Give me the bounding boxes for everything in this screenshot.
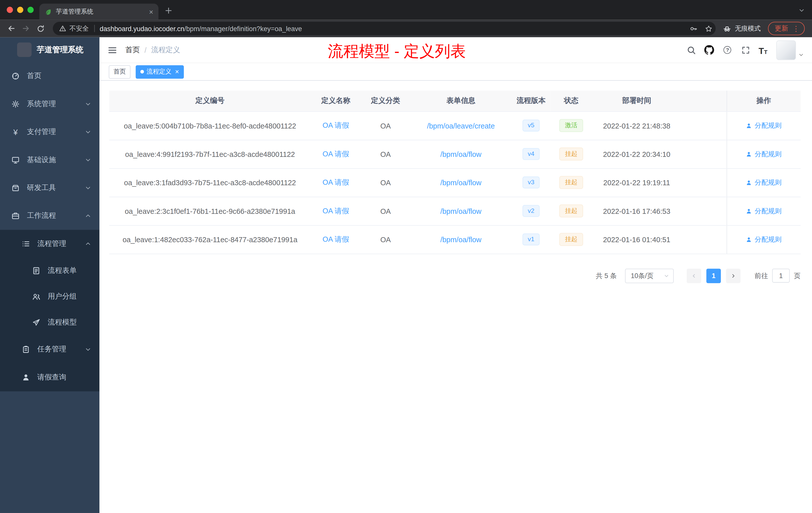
annotation-overlay: 流程模型 - 定义列表	[328, 43, 466, 59]
cell-category: OA	[361, 111, 410, 140]
sidebar-item-infrastructure[interactable]: 基础设施	[0, 146, 99, 174]
back-button[interactable]	[4, 21, 19, 36]
definition-name-link[interactable]: OA 请假	[323, 206, 349, 215]
tag-home[interactable]: 首页	[109, 65, 130, 79]
prev-page-button[interactable]	[687, 268, 701, 283]
assign-rule-button[interactable]: 分配规则	[746, 121, 782, 130]
key-icon[interactable]	[690, 25, 697, 32]
url-path: /bpm/manager/definition?key=oa_leave	[184, 25, 302, 32]
tab-favicon-leaf-icon	[45, 8, 52, 15]
table-header-row: 定义编号 定义名称 定义分类 表单信息 流程版本 状态 部署时间 操作	[109, 91, 801, 112]
window-zoom-button[interactable]	[27, 7, 34, 13]
sidebar-item-dev-tools[interactable]: 研发工具	[0, 174, 99, 202]
definition-name-link[interactable]: OA 请假	[323, 149, 349, 158]
definition-table: 定义编号 定义名称 定义分类 表单信息 流程版本 状态 部署时间 操作	[109, 91, 801, 254]
sidebar-item-label: 用户分组	[48, 292, 77, 301]
sidebar-item-home[interactable]: 首页	[0, 62, 99, 90]
workflow-submenu: 流程管理 流程表单 用户分组 流程模型 任务管理	[0, 230, 99, 392]
search-icon[interactable]	[686, 45, 696, 55]
chevron-down-icon	[664, 273, 669, 278]
update-button[interactable]: 更新 ⋮	[768, 22, 805, 35]
tag-active-dot	[140, 70, 144, 73]
goto-label: 前往	[754, 271, 768, 280]
page-number-button[interactable]: 1	[706, 268, 721, 283]
assign-rule-button[interactable]: 分配规则	[746, 178, 782, 187]
font-size-icon[interactable]: TT	[758, 45, 767, 55]
status-badge: 挂起	[559, 147, 583, 161]
cell-definition-id: oa_leave:2:3c1f0ef1-76b1-11ec-9c66-a2380…	[109, 197, 311, 225]
sidebar-item-leave-query[interactable]: 请假查询	[0, 363, 99, 391]
main: 首页 / 流程定义 流程模型 - 定义列表 ? TT	[99, 37, 812, 513]
assign-rule-label: 分配规则	[755, 235, 782, 244]
more-menu-icon[interactable]: ⋮	[792, 24, 800, 33]
goto-page-input[interactable]	[772, 269, 790, 282]
tag-process-definition[interactable]: 流程定义 ×	[136, 65, 183, 79]
form-link[interactable]: /bpm/oa/flow	[440, 178, 482, 187]
close-icon[interactable]: ×	[175, 68, 179, 75]
chevron-down-icon	[85, 157, 91, 163]
help-icon[interactable]: ?	[722, 45, 733, 55]
sidebar-item-label: 任务管理	[37, 345, 66, 354]
window-controls	[7, 7, 34, 13]
assign-rule-button[interactable]: 分配规则	[746, 206, 782, 216]
table-row: oa_leave:1:482ec033-762a-11ec-8477-a2380…	[109, 225, 801, 253]
column-header-form-info: 表单信息	[410, 91, 512, 112]
sidebar-item-process-form[interactable]: 流程表单	[0, 258, 99, 283]
incognito-label: 无痕模式	[735, 24, 761, 33]
assign-rule-button[interactable]: 分配规则	[746, 235, 782, 244]
sidebar-item-label: 流程模型	[48, 318, 77, 327]
tab-close-icon[interactable]: ×	[149, 8, 153, 15]
reload-button[interactable]	[33, 21, 48, 36]
chevron-down-icon	[85, 346, 91, 353]
logo[interactable]: 芋道管理系统	[0, 37, 99, 62]
incognito-icon	[723, 24, 731, 33]
breadcrumb-home[interactable]: 首页	[125, 45, 140, 55]
sidebar-item-process-management[interactable]: 流程管理	[0, 230, 99, 258]
assign-rule-label: 分配规则	[755, 206, 782, 216]
navbar-actions: ? TT	[686, 40, 804, 60]
assign-rule-button[interactable]: 分配规则	[746, 149, 782, 159]
warning-icon	[59, 25, 66, 32]
tab-search-chevron-icon[interactable]	[799, 7, 805, 13]
definition-name-link[interactable]: OA 请假	[323, 235, 349, 243]
chevron-up-icon	[85, 241, 91, 247]
sidebar-item-payment-management[interactable]: ¥ 支付管理	[0, 118, 99, 146]
github-icon[interactable]	[704, 45, 715, 55]
pagination: 共 5 条 10条/页 1 前往 页	[109, 268, 801, 283]
window-close-button[interactable]	[7, 7, 13, 13]
user-icon	[746, 122, 752, 129]
browser-tab[interactable]: 芋道管理系统 ×	[39, 3, 158, 20]
users-icon	[32, 292, 40, 301]
form-link[interactable]: /bpm/oa/leave/create	[427, 121, 495, 130]
table-row: oa_leave:2:3c1f0ef1-76b1-11ec-9c66-a2380…	[109, 197, 801, 225]
assign-rule-label: 分配规则	[755, 149, 782, 159]
user-menu[interactable]	[776, 40, 804, 60]
sidebar-item-task-management[interactable]: 任务管理	[0, 336, 99, 363]
briefcase-icon	[11, 212, 20, 220]
new-tab-button[interactable]	[165, 7, 173, 14]
bookmark-star-icon[interactable]	[705, 25, 713, 32]
sidebar-item-workflow[interactable]: 工作流程	[0, 202, 99, 230]
sidebar-toggle-icon[interactable]	[108, 45, 117, 55]
url-bar[interactable]: 不安全 dashboard.yudao.iocoder.cn/bpm/manag…	[53, 22, 716, 35]
sidebar-item-process-model[interactable]: 流程模型	[0, 309, 99, 335]
sidebar-item-system-management[interactable]: 系统管理	[0, 90, 99, 118]
table-row: oa_leave:4:991f2193-7b7f-11ec-a3c8-acde4…	[109, 140, 801, 168]
fullscreen-icon[interactable]	[741, 45, 751, 55]
next-page-button[interactable]	[726, 268, 741, 283]
sidebar-item-label: 流程表单	[48, 266, 77, 275]
definition-name-link[interactable]: OA 请假	[323, 121, 349, 129]
forward-button[interactable]	[19, 21, 33, 36]
window-minimize-button[interactable]	[17, 7, 23, 13]
cell-deploy-time: 2022-01-16 01:40:51	[592, 225, 682, 253]
sidebar-item-user-group[interactable]: 用户分组	[0, 283, 99, 309]
definition-name-link[interactable]: OA 请假	[323, 178, 349, 186]
form-link[interactable]: /bpm/oa/flow	[440, 150, 482, 158]
form-link[interactable]: /bpm/oa/flow	[440, 207, 482, 215]
update-label: 更新	[775, 24, 788, 33]
form-link[interactable]: /bpm/oa/flow	[440, 235, 482, 243]
security-label[interactable]: 不安全	[69, 24, 89, 33]
breadcrumb-separator: /	[144, 46, 146, 54]
cell-definition-id: oa_leave:1:482ec033-762a-11ec-8477-a2380…	[109, 225, 311, 253]
page-size-select[interactable]: 10条/页	[625, 268, 674, 283]
